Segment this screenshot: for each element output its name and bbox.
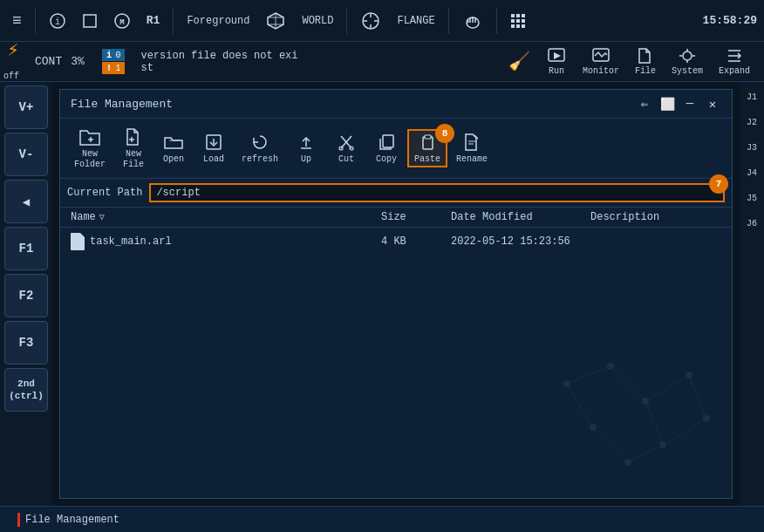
- dialog-back-btn[interactable]: ⇐: [636, 95, 653, 113]
- path-input[interactable]: [149, 183, 725, 202]
- dialog-title: File Management: [71, 98, 173, 111]
- alert-box: i 0 ! 1: [102, 49, 126, 74]
- dialog-controls: ⇐ ⬜ ─ ✕: [636, 95, 721, 113]
- file-button[interactable]: File: [628, 45, 663, 78]
- svg-rect-69: [383, 135, 393, 147]
- dialog-restore-btn[interactable]: ⬜: [658, 95, 676, 113]
- f2-button[interactable]: F2: [4, 274, 48, 317]
- path-input-wrapper: 7: [149, 183, 725, 202]
- system-button[interactable]: System: [665, 45, 710, 78]
- pct-label: 3%: [71, 55, 85, 68]
- divider-1: [35, 8, 36, 34]
- file-management-tab[interactable]: File Management: [7, 509, 130, 530]
- lightning-icon: ⚡: [7, 42, 18, 61]
- up-button[interactable]: Up: [287, 129, 325, 167]
- rename-button[interactable]: Rename: [449, 129, 495, 167]
- new-folder-button[interactable]: NewFolder: [67, 124, 113, 173]
- f3-button[interactable]: F3: [4, 321, 48, 365]
- file-management-dialog: File Management ⇐ ⬜ ─ ✕ NewFolder: [59, 89, 733, 499]
- top-toolbar: ≡ i M R1 Foreground WORLD FLANGE 15:58:2…: [0, 0, 764, 42]
- monitor-button[interactable]: Monitor: [576, 45, 626, 78]
- svg-rect-21: [522, 14, 525, 17]
- refresh-button[interactable]: refresh: [235, 129, 285, 167]
- j3-label[interactable]: J3: [747, 136, 757, 160]
- path-bar: Current Path 7: [60, 179, 732, 208]
- back-button[interactable]: ◀: [4, 180, 48, 223]
- file-size-cell: 4 KB: [381, 235, 451, 248]
- table-row[interactable]: task_main.arl 4 KB 2022-05-12 15:23:56: [60, 228, 732, 256]
- info-icon[interactable]: i: [44, 10, 72, 31]
- r1-label: R1: [141, 12, 166, 29]
- stack-icon[interactable]: ≡: [7, 10, 27, 31]
- file-table: Name ▽ Size Date Modified Description ta…: [60, 208, 732, 498]
- divider-3: [346, 8, 347, 34]
- file-icon: [71, 233, 85, 250]
- svg-point-31: [683, 51, 692, 60]
- svg-rect-19: [511, 14, 515, 17]
- vminus-button[interactable]: V-: [4, 133, 48, 176]
- foreground-label[interactable]: Foreground: [181, 13, 255, 29]
- f1-button[interactable]: F1: [4, 227, 48, 270]
- sort-arrow[interactable]: ▽: [99, 212, 105, 222]
- j4-label[interactable]: J4: [747, 161, 757, 185]
- svg-rect-25: [511, 24, 515, 28]
- j6-label[interactable]: J6: [747, 212, 757, 235]
- svg-rect-23: [516, 19, 520, 23]
- svg-text:i: i: [55, 17, 60, 27]
- dialog-toolbar: NewFolder NewFile Open: [60, 119, 732, 179]
- ctrl-button[interactable]: 2nd(ctrl): [4, 368, 48, 412]
- vplus-button[interactable]: V+: [4, 85, 48, 129]
- new-file-button[interactable]: NewFile: [114, 124, 153, 173]
- svg-rect-71: [425, 135, 431, 139]
- j5-label[interactable]: J5: [747, 187, 757, 210]
- new-file-button-wrapper: NewFile: [114, 124, 153, 173]
- file-date-cell: 2022-05-12 15:23:56: [451, 235, 590, 248]
- clock-display: 15:58:29: [703, 14, 757, 27]
- run-button[interactable]: Run: [539, 45, 574, 78]
- main-content: File Management ⇐ ⬜ ─ ✕ NewFolder: [52, 82, 740, 506]
- table-header: Name ▽ Size Date Modified Description: [60, 208, 732, 228]
- cut-button[interactable]: Cut: [327, 129, 365, 167]
- svg-rect-27: [522, 24, 525, 28]
- expand-button[interactable]: Expand: [712, 45, 757, 78]
- svg-text:M: M: [119, 18, 124, 27]
- header-description: Description: [590, 211, 721, 223]
- header-name: Name ▽: [71, 211, 381, 223]
- tab-indicator: [17, 513, 20, 527]
- dialog-minimize-btn[interactable]: ─: [681, 95, 699, 113]
- square-icon[interactable]: [77, 11, 103, 31]
- action-buttons: Run Monitor File System Expand: [539, 45, 757, 78]
- broom-icon[interactable]: 🧹: [508, 51, 530, 72]
- j2-label[interactable]: J2: [747, 111, 757, 134]
- svg-rect-26: [516, 24, 520, 28]
- path-step-badge: 7: [709, 174, 728, 194]
- j1-label[interactable]: J1: [747, 85, 757, 109]
- flange-label: FLANGE: [392, 13, 440, 29]
- alert-info: i 0: [102, 49, 126, 61]
- bottom-status-bar: File Management: [0, 506, 764, 532]
- open-button[interactable]: Open: [154, 129, 193, 167]
- file-name-cell: task_main.arl: [71, 233, 381, 250]
- m-icon[interactable]: M: [108, 10, 136, 31]
- hand-icon: [457, 9, 488, 33]
- divider-4: [448, 8, 449, 34]
- right-sidebar: J1 J2 J3 J4 J5 J6: [740, 82, 764, 532]
- cont-label: CONT: [35, 55, 62, 68]
- path-bar-label: Current Path: [67, 187, 142, 199]
- world-label: WORLD: [297, 13, 338, 29]
- divider-5: [496, 8, 497, 34]
- copy-button[interactable]: Copy: [367, 129, 406, 167]
- paste-step-badge: 8: [435, 124, 454, 143]
- off-label: off: [3, 72, 19, 81]
- paste-button-wrapper: Paste 8: [407, 129, 447, 167]
- header-size: Size: [381, 211, 451, 223]
- cube-icon: [260, 9, 291, 33]
- svg-marker-29: [554, 52, 561, 59]
- load-button[interactable]: Load: [194, 129, 233, 167]
- svg-rect-2: [84, 15, 96, 27]
- second-toolbar: ⚡ off CONT 3% i 0 ! 1 version file does …: [0, 42, 764, 82]
- dialog-close-btn[interactable]: ✕: [704, 95, 721, 113]
- target-icon: [355, 9, 386, 33]
- svg-line-18: [467, 19, 468, 23]
- version-text: version file does not exist: [140, 50, 499, 74]
